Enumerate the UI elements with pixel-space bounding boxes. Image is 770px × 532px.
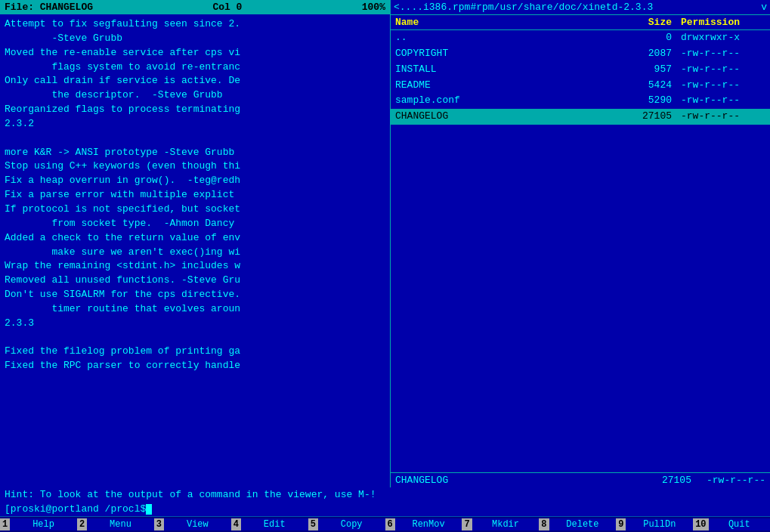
fkey-label: Delete [549,518,617,530]
cursor [146,504,152,515]
left-line: Fix a parse error with multiple explict [5,188,385,203]
version-label-1: 2.3.2 [5,117,385,131]
left-line [5,131,385,146]
fkey-num: 1 [0,518,10,530]
main-container: File: CHANGELOG Col 0 100% Attempt to fi… [0,0,770,532]
fkey-num: 4 [231,518,241,530]
right-table-body: ..0drwxrwxr-xCOPYRIGHT2087-rw-r--r--INST… [391,30,770,472]
file-row[interactable]: COPYRIGHT2087-rw-r--r-- [391,46,770,62]
file-perm: drwxrwxr-x [678,31,770,45]
top-area: File: CHANGELOG Col 0 100% Attempt to fi… [0,0,770,487]
left-line: timer routine that evolves aroun [5,302,385,317]
funckey-bar: 1Help2Menu3View4Edit5Copy6RenMov7Mkdir8D… [0,516,770,532]
file-size: 2087 [617,47,678,61]
fkey-edit[interactable]: 4Edit [231,517,308,532]
file-perm: -rw-r--r-- [678,47,770,61]
left-content: Attempt to fix segfaulting seen since 2.… [0,14,390,487]
left-line: Only call drain if service is active. De [5,74,385,88]
fkey-view[interactable]: 3View [154,517,231,532]
left-panel: File: CHANGELOG Col 0 100% Attempt to fi… [0,0,390,487]
col-header-name: Name [391,17,617,28]
right-header-path: <....i386.rpm#rpm/usr/share/doc/xinetd-2… [391,0,770,15]
version-label-2: 2.3.3 [5,317,385,331]
fkey-delete[interactable]: 8Delete [539,517,616,532]
fkey-num: 10 [693,518,708,530]
left-header-percent: 100% [362,2,385,13]
dropdown-arrow-icon[interactable]: v [761,2,767,13]
fkey-label: Copy [318,518,385,530]
left-line: Don't use SIGALRM for the cps directive. [5,288,385,302]
fkey-num: 8 [539,518,549,530]
left-line: make sure we aren't exec()ing wi [5,246,385,260]
fkey-label: Help [10,518,77,530]
left-line: flags system to avoid re-entranc [5,60,385,75]
file-name: .. [391,31,617,45]
file-size: 27105 [617,110,678,124]
file-row[interactable]: README5424-rw-r--r-- [391,78,770,94]
fkey-quit[interactable]: 10Quit [693,517,770,532]
prompt-line[interactable]: [proski@portland /procl$ [0,502,770,516]
right-panel: <....i386.rpm#rpm/usr/share/doc/xinetd-2… [390,0,770,487]
prompt-text: [proski@portland /procl$ [5,503,146,515]
file-perm: -rw-r--r-- [678,110,770,124]
col-header-size: Size [617,17,678,28]
right-table-header: Name Size Permission [391,15,770,30]
left-line: Fixed the RPC parser to correctly handle [5,359,385,373]
col-header-permission: Permission [678,17,770,28]
status-size: 27105 [662,475,691,486]
left-line: Reorganized flags to process terminating [5,103,385,117]
fkey-num: 6 [385,518,395,530]
fkey-label: Edit [241,518,308,530]
fkey-num: 9 [616,518,626,530]
left-line: Fixed the filelog problem of printing ga [5,345,385,359]
fkey-label: PullDn [626,518,693,530]
fkey-pulldn[interactable]: 9PullDn [616,517,693,532]
left-header-file: File: CHANGELOG [5,2,93,13]
file-size: 5290 [617,94,678,108]
file-name: sample.conf [391,94,617,108]
file-size: 5424 [617,79,678,93]
file-size: 957 [617,63,678,77]
left-line: more K&R -> ANSI prototype -Steve Grubb [5,146,385,160]
fkey-label: Menu [87,518,154,530]
fkey-num: 5 [308,518,318,530]
fkey-num: 3 [154,518,164,530]
status-perm: -rw-r--r-- [707,475,765,486]
left-header: File: CHANGELOG Col 0 100% [0,0,390,14]
file-row[interactable]: CHANGELOG27105-rw-r--r-- [391,109,770,125]
right-status-bar: CHANGELOG 27105 -rw-r--r-- [391,472,770,487]
fkey-label: View [164,518,231,530]
left-line: the descriptor. -Steve Grubb [5,88,385,103]
left-line: Attempt to fix segfaulting seen since 2. [5,17,385,32]
file-name: README [391,79,617,93]
file-name: CHANGELOG [391,110,617,124]
status-filename: CHANGELOG [395,475,647,486]
file-name: INSTALL [391,63,617,77]
left-line: Removed all unused functions. -Steve Gru [5,274,385,288]
fkey-menu[interactable]: 2Menu [77,517,154,532]
left-line [5,331,385,345]
fkey-label: RenMov [395,518,462,530]
file-perm: -rw-r--r-- [678,63,770,77]
left-line: Fix a heap overrun in grow(). -teg@redh [5,174,385,188]
fkey-num: 7 [462,518,472,530]
left-line: -Steve Grubb [5,32,385,46]
file-row[interactable]: ..0drwxrwxr-x [391,30,770,46]
fkey-copy[interactable]: 5Copy [308,517,385,532]
path-text: <....i386.rpm#rpm/usr/share/doc/xinetd-2… [394,2,759,13]
fkey-renmov[interactable]: 6RenMov [385,517,462,532]
fkey-label: Quit [709,518,770,530]
fkey-num: 2 [77,518,87,530]
fkey-mkdir[interactable]: 7Mkdir [462,517,539,532]
fkey-help[interactable]: 1Help [0,517,77,532]
left-line: If protocol is not specified, but socket [5,203,385,217]
fkey-label: Mkdir [472,518,540,530]
left-line: Stop using C++ keywords (even though thi [5,159,385,174]
hint-text: Hint: To look at the output of a command… [5,489,376,500]
file-row[interactable]: INSTALL957-rw-r--r-- [391,62,770,78]
file-row[interactable]: sample.conf5290-rw-r--r-- [391,93,770,109]
file-size: 0 [617,31,678,45]
left-line: Wrap the remaining <stdint.h> includes w [5,259,385,274]
left-line: Moved the re-enable service after cps vi [5,46,385,60]
file-name: COPYRIGHT [391,47,617,61]
